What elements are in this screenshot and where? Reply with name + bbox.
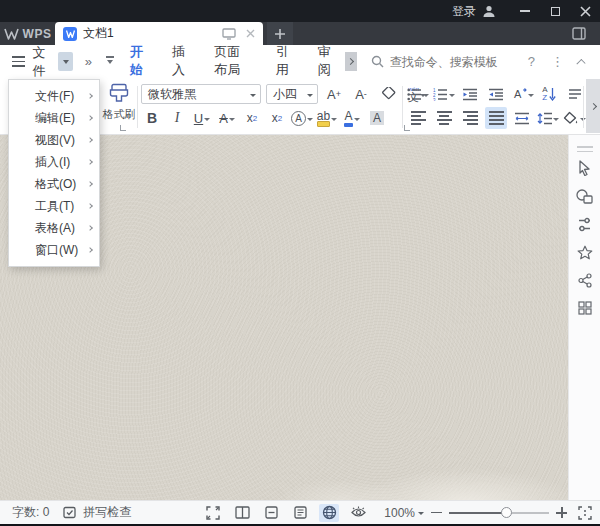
font-group-dialog-launcher[interactable]	[120, 125, 126, 131]
sort-arrow-icon	[549, 87, 556, 101]
eye-protect-button[interactable]	[348, 504, 368, 522]
web-view-button[interactable]	[319, 504, 339, 522]
command-search[interactable]	[371, 55, 520, 69]
highlight-icon: ab	[317, 109, 330, 127]
menu-item-window[interactable]: 窗口(W)	[9, 239, 99, 261]
workspace-icon[interactable]	[572, 27, 586, 40]
char-shading-button[interactable]: A	[366, 107, 388, 129]
outline-view-icon	[294, 506, 307, 519]
book-view-button[interactable]	[232, 504, 252, 522]
distribute-button[interactable]	[511, 107, 533, 129]
close-button[interactable]	[570, 0, 600, 22]
text-direction-button[interactable]: A	[511, 83, 534, 105]
zoom-out-button[interactable]	[431, 512, 442, 513]
submenu-arrow-icon	[87, 93, 93, 99]
menu-item-table[interactable]: 表格(A)	[9, 217, 99, 239]
align-left-icon	[411, 111, 426, 125]
wps-logo[interactable]: WPS	[0, 22, 55, 45]
bullet-list-icon	[407, 88, 422, 101]
cursor-icon	[577, 160, 592, 176]
justify-button[interactable]	[485, 107, 507, 129]
properties-panel-button[interactable]	[573, 212, 597, 236]
close-icon	[580, 6, 591, 17]
menu-item-edit[interactable]: 编辑(E)	[9, 107, 99, 129]
apps-panel-button[interactable]	[573, 296, 597, 320]
decrease-indent-icon	[462, 88, 478, 101]
collapse-ribbon-icon[interactable]	[576, 58, 585, 67]
font-color-button[interactable]: A	[341, 107, 363, 129]
login-button[interactable]: 登录	[452, 3, 496, 20]
tab-overflow-button[interactable]	[345, 52, 357, 71]
fullscreen-view-button[interactable]	[203, 504, 223, 522]
decrease-indent-button[interactable]	[459, 83, 481, 105]
submenu-arrow-icon	[87, 115, 93, 121]
justify-icon	[489, 111, 504, 125]
minimize-button[interactable]	[510, 0, 540, 22]
numbered-list-button[interactable]: 123	[433, 83, 455, 105]
align-center-button[interactable]	[433, 107, 455, 129]
align-right-icon	[463, 111, 478, 125]
chevron-right-icon	[347, 58, 354, 65]
font-size-combo[interactable]: 小四	[266, 84, 318, 104]
menu-item-tools[interactable]: 工具(T)	[9, 195, 99, 217]
strikethrough-button[interactable]: A	[216, 107, 238, 129]
submenu-arrow-icon	[87, 225, 93, 231]
align-left-button[interactable]	[407, 107, 429, 129]
share-panel-button[interactable]	[573, 268, 597, 292]
maximize-button[interactable]	[540, 0, 570, 22]
more-toolbars-icon[interactable]: »	[85, 54, 92, 69]
select-tool-button[interactable]	[573, 156, 597, 180]
page-view-button[interactable]	[261, 504, 281, 522]
underline-button[interactable]: U	[191, 107, 213, 129]
submenu-arrow-icon	[87, 247, 93, 253]
grow-font-button[interactable]: A+	[323, 83, 345, 105]
spell-check-label[interactable]: 拼写检查	[83, 504, 131, 521]
outline-view-button[interactable]	[290, 504, 310, 522]
bold-button[interactable]: B	[141, 107, 163, 129]
zoom-slider[interactable]	[449, 512, 549, 514]
help-icon[interactable]: ?	[528, 54, 535, 69]
menu-item-file[interactable]: 文件(F)	[9, 85, 99, 107]
file-menu-caret-button[interactable]	[58, 52, 72, 71]
pin-ribbon-icon[interactable]	[106, 56, 114, 67]
format-painter-button[interactable]: 格式刷	[100, 82, 138, 122]
fit-page-icon[interactable]	[578, 506, 592, 520]
clear-format-button[interactable]	[377, 83, 399, 105]
search-input[interactable]	[390, 55, 520, 69]
writer-doc-icon	[63, 27, 77, 41]
align-right-button[interactable]	[459, 107, 481, 129]
zoom-slider-thumb[interactable]	[501, 507, 512, 518]
line-spacing-button[interactable]	[537, 107, 559, 129]
favorites-panel-button[interactable]	[573, 240, 597, 264]
paragraph-marks-icon	[568, 88, 582, 100]
format-painter-label: 格式刷	[100, 107, 138, 122]
paragraph-group-dialog-launcher[interactable]	[404, 125, 410, 131]
align-center-icon	[437, 111, 452, 125]
shapes-panel-button[interactable]	[573, 184, 597, 208]
subscript-button[interactable]: x2	[266, 107, 288, 129]
menu-item-format[interactable]: 格式(O)	[9, 173, 99, 195]
menu-item-insert[interactable]: 插入(I)	[9, 151, 99, 173]
zoom-level-button[interactable]: 100%	[384, 506, 424, 520]
superscript-button[interactable]: x2	[241, 107, 263, 129]
highlight-button[interactable]: ab	[316, 107, 338, 129]
chevron-right-icon	[589, 102, 596, 109]
menu-item-view[interactable]: 视图(V)	[9, 129, 99, 151]
font-name-combo[interactable]: 微软雅黑	[141, 84, 261, 104]
sidebar-handle[interactable]	[577, 146, 593, 152]
globe-icon	[322, 505, 337, 520]
char-border-button[interactable]: A	[291, 107, 313, 129]
more-options-icon[interactable]: ⋮	[551, 54, 564, 69]
ribbon-overflow-button[interactable]	[586, 79, 600, 133]
font-color-icon: A	[344, 109, 352, 127]
main-menu-icon[interactable]	[12, 56, 25, 67]
italic-button[interactable]: I	[166, 107, 188, 129]
sort-button[interactable]: AZ	[538, 83, 560, 105]
brand-label: WPS	[23, 27, 52, 41]
increase-indent-button[interactable]	[485, 83, 507, 105]
word-count[interactable]: 字数: 0	[12, 504, 49, 521]
shrink-font-button[interactable]: A-	[350, 83, 372, 105]
file-menu-button[interactable]: 文件	[33, 44, 55, 80]
bullet-list-button[interactable]	[407, 83, 429, 105]
zoom-in-button[interactable]	[556, 507, 567, 518]
